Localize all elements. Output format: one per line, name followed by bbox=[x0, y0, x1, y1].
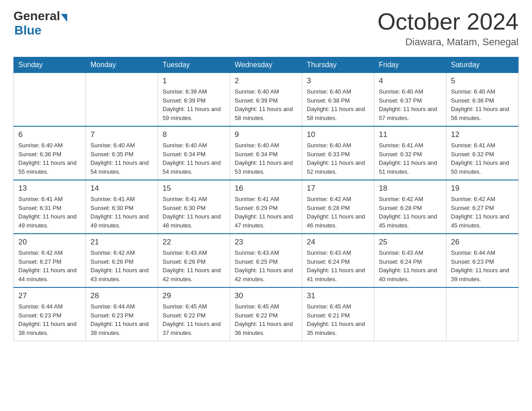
day-info: Sunrise: 6:43 AMSunset: 6:24 PMDaylight:… bbox=[307, 248, 369, 283]
calendar-week-row: 13 Sunrise: 6:41 AMSunset: 6:31 PMDaylig… bbox=[14, 180, 519, 234]
day-number: 1 bbox=[163, 77, 225, 86]
day-number: 5 bbox=[451, 77, 514, 86]
calendar-header-monday: Monday bbox=[86, 57, 158, 73]
day-info: Sunrise: 6:44 AMSunset: 6:23 PMDaylight:… bbox=[18, 302, 81, 337]
table-row: 19 Sunrise: 6:42 AMSunset: 6:27 PMDaylig… bbox=[446, 180, 519, 234]
table-row: 9 Sunrise: 6:40 AMSunset: 6:34 PMDayligh… bbox=[230, 126, 302, 180]
table-row: 22 Sunrise: 6:43 AMSunset: 6:26 PMDaylig… bbox=[158, 234, 230, 287]
table-row: 15 Sunrise: 6:41 AMSunset: 6:30 PMDaylig… bbox=[158, 180, 230, 234]
day-number: 3 bbox=[307, 77, 369, 86]
table-row: 23 Sunrise: 6:43 AMSunset: 6:25 PMDaylig… bbox=[230, 234, 302, 287]
day-number: 31 bbox=[307, 291, 369, 300]
table-row: 7 Sunrise: 6:40 AMSunset: 6:35 PMDayligh… bbox=[86, 126, 158, 180]
day-number: 16 bbox=[235, 184, 297, 193]
calendar-header-friday: Friday bbox=[374, 57, 446, 73]
day-info: Sunrise: 6:41 AMSunset: 6:30 PMDaylight:… bbox=[90, 195, 153, 230]
day-info: Sunrise: 6:40 AMSunset: 6:36 PMDaylight:… bbox=[18, 141, 81, 176]
day-number: 25 bbox=[379, 238, 442, 247]
calendar-header-row: SundayMondayTuesdayWednesdayThursdayFrid… bbox=[14, 57, 519, 73]
logo: General Blue bbox=[13, 9, 68, 38]
table-row: 12 Sunrise: 6:41 AMSunset: 6:32 PMDaylig… bbox=[446, 126, 519, 180]
calendar-header-saturday: Saturday bbox=[446, 57, 519, 73]
day-info: Sunrise: 6:42 AMSunset: 6:26 PMDaylight:… bbox=[90, 248, 153, 283]
calendar-header-thursday: Thursday bbox=[302, 57, 374, 73]
day-info: Sunrise: 6:45 AMSunset: 6:21 PMDaylight:… bbox=[307, 302, 369, 337]
day-info: Sunrise: 6:43 AMSunset: 6:26 PMDaylight:… bbox=[163, 248, 225, 283]
day-info: Sunrise: 6:44 AMSunset: 6:23 PMDaylight:… bbox=[451, 248, 514, 283]
logo-blue-text: Blue bbox=[14, 23, 42, 37]
day-number: 24 bbox=[307, 238, 369, 247]
table-row: 11 Sunrise: 6:41 AMSunset: 6:32 PMDaylig… bbox=[374, 126, 446, 180]
day-info: Sunrise: 6:42 AMSunset: 6:27 PMDaylight:… bbox=[451, 195, 514, 230]
table-row: 6 Sunrise: 6:40 AMSunset: 6:36 PMDayligh… bbox=[14, 126, 86, 180]
location: Diawara, Matam, Senegal bbox=[378, 36, 519, 48]
table-row: 3 Sunrise: 6:40 AMSunset: 6:38 PMDayligh… bbox=[302, 73, 374, 127]
day-info: Sunrise: 6:40 AMSunset: 6:37 PMDaylight:… bbox=[379, 87, 442, 122]
day-info: Sunrise: 6:40 AMSunset: 6:35 PMDaylight:… bbox=[90, 141, 153, 176]
calendar-week-row: 1 Sunrise: 6:39 AMSunset: 6:39 PMDayligh… bbox=[14, 73, 519, 127]
month-title: October 2024 bbox=[378, 9, 519, 34]
day-number: 4 bbox=[379, 77, 442, 86]
table-row: 5 Sunrise: 6:40 AMSunset: 6:36 PMDayligh… bbox=[446, 73, 519, 127]
table-row: 13 Sunrise: 6:41 AMSunset: 6:31 PMDaylig… bbox=[14, 180, 86, 234]
table-row: 21 Sunrise: 6:42 AMSunset: 6:26 PMDaylig… bbox=[86, 234, 158, 287]
day-info: Sunrise: 6:41 AMSunset: 6:31 PMDaylight:… bbox=[18, 195, 81, 230]
day-info: Sunrise: 6:45 AMSunset: 6:22 PMDaylight:… bbox=[163, 302, 225, 337]
day-info: Sunrise: 6:41 AMSunset: 6:29 PMDaylight:… bbox=[235, 195, 297, 230]
day-number: 13 bbox=[18, 184, 81, 193]
day-info: Sunrise: 6:44 AMSunset: 6:23 PMDaylight:… bbox=[90, 302, 153, 337]
table-row: 17 Sunrise: 6:42 AMSunset: 6:28 PMDaylig… bbox=[302, 180, 374, 234]
day-info: Sunrise: 6:42 AMSunset: 6:28 PMDaylight:… bbox=[379, 195, 442, 230]
day-number: 15 bbox=[163, 184, 225, 193]
day-number: 26 bbox=[451, 238, 514, 247]
day-number: 18 bbox=[379, 184, 442, 193]
day-number: 21 bbox=[90, 238, 153, 247]
table-row: 1 Sunrise: 6:39 AMSunset: 6:39 PMDayligh… bbox=[158, 73, 230, 127]
day-number: 7 bbox=[90, 130, 153, 139]
day-info: Sunrise: 6:41 AMSunset: 6:32 PMDaylight:… bbox=[451, 141, 514, 176]
day-info: Sunrise: 6:42 AMSunset: 6:27 PMDaylight:… bbox=[18, 248, 81, 283]
day-info: Sunrise: 6:42 AMSunset: 6:28 PMDaylight:… bbox=[307, 195, 369, 230]
day-number: 28 bbox=[90, 291, 153, 300]
table-row: 10 Sunrise: 6:40 AMSunset: 6:33 PMDaylig… bbox=[302, 126, 374, 180]
calendar-week-row: 27 Sunrise: 6:44 AMSunset: 6:23 PMDaylig… bbox=[14, 287, 519, 341]
day-info: Sunrise: 6:45 AMSunset: 6:22 PMDaylight:… bbox=[235, 302, 297, 337]
calendar-header-wednesday: Wednesday bbox=[230, 57, 302, 73]
table-row: 14 Sunrise: 6:41 AMSunset: 6:30 PMDaylig… bbox=[86, 180, 158, 234]
day-info: Sunrise: 6:39 AMSunset: 6:39 PMDaylight:… bbox=[163, 87, 225, 122]
table-row bbox=[14, 73, 86, 127]
page-header: General Blue October 2024 Diawara, Matam… bbox=[13, 9, 519, 48]
day-info: Sunrise: 6:40 AMSunset: 6:33 PMDaylight:… bbox=[307, 141, 369, 176]
table-row: 27 Sunrise: 6:44 AMSunset: 6:23 PMDaylig… bbox=[14, 287, 86, 341]
day-number: 22 bbox=[163, 238, 225, 247]
day-info: Sunrise: 6:40 AMSunset: 6:36 PMDaylight:… bbox=[451, 87, 514, 122]
table-row: 2 Sunrise: 6:40 AMSunset: 6:39 PMDayligh… bbox=[230, 73, 302, 127]
day-info: Sunrise: 6:40 AMSunset: 6:39 PMDaylight:… bbox=[235, 87, 297, 122]
calendar-week-row: 20 Sunrise: 6:42 AMSunset: 6:27 PMDaylig… bbox=[14, 234, 519, 287]
table-row: 28 Sunrise: 6:44 AMSunset: 6:23 PMDaylig… bbox=[86, 287, 158, 341]
day-number: 17 bbox=[307, 184, 369, 193]
day-number: 6 bbox=[18, 130, 81, 139]
day-number: 8 bbox=[163, 130, 225, 139]
day-number: 20 bbox=[18, 238, 81, 247]
calendar-week-row: 6 Sunrise: 6:40 AMSunset: 6:36 PMDayligh… bbox=[14, 126, 519, 180]
day-number: 12 bbox=[451, 130, 514, 139]
day-number: 9 bbox=[235, 130, 297, 139]
logo-arrow-icon bbox=[61, 14, 67, 22]
table-row: 20 Sunrise: 6:42 AMSunset: 6:27 PMDaylig… bbox=[14, 234, 86, 287]
table-row bbox=[86, 73, 158, 127]
table-row: 4 Sunrise: 6:40 AMSunset: 6:37 PMDayligh… bbox=[374, 73, 446, 127]
table-row: 25 Sunrise: 6:43 AMSunset: 6:24 PMDaylig… bbox=[374, 234, 446, 287]
table-row: 29 Sunrise: 6:45 AMSunset: 6:22 PMDaylig… bbox=[158, 287, 230, 341]
day-info: Sunrise: 6:40 AMSunset: 6:34 PMDaylight:… bbox=[163, 141, 225, 176]
day-number: 14 bbox=[90, 184, 153, 193]
table-row: 30 Sunrise: 6:45 AMSunset: 6:22 PMDaylig… bbox=[230, 287, 302, 341]
table-row: 26 Sunrise: 6:44 AMSunset: 6:23 PMDaylig… bbox=[446, 234, 519, 287]
day-number: 29 bbox=[163, 291, 225, 300]
table-row bbox=[374, 287, 446, 341]
table-row: 8 Sunrise: 6:40 AMSunset: 6:34 PMDayligh… bbox=[158, 126, 230, 180]
day-number: 30 bbox=[235, 291, 297, 300]
day-info: Sunrise: 6:41 AMSunset: 6:30 PMDaylight:… bbox=[163, 195, 225, 230]
title-area: October 2024 Diawara, Matam, Senegal bbox=[378, 9, 519, 48]
day-number: 10 bbox=[307, 130, 369, 139]
